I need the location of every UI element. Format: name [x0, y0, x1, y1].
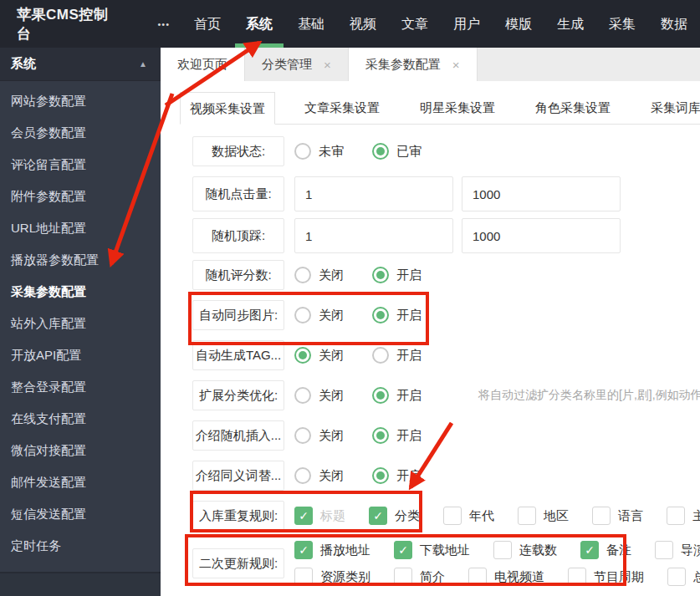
content-tab[interactable]: 文章采集设置 — [294, 92, 390, 125]
checkbox-option[interactable]: 简介 — [394, 568, 445, 586]
sidebar-item[interactable]: 微信对接配置 — [0, 435, 161, 466]
checkbox-option[interactable]: ✓分类 — [369, 507, 420, 525]
checkbox-option[interactable]: 节目周期 — [568, 568, 644, 586]
radio-option[interactable]: 关闭 — [294, 307, 344, 323]
topnav-item[interactable]: 系统 — [233, 0, 285, 48]
content-tab[interactable]: 视频采集设置 — [180, 92, 275, 125]
checkbox-option[interactable]: 导演 — [655, 541, 700, 559]
tab-close-icon[interactable]: × — [452, 59, 460, 71]
sidebar-footer — [0, 573, 161, 596]
sidebar-item[interactable]: 短信发送配置 — [0, 498, 161, 530]
checkbox-option[interactable]: 连载数 — [493, 541, 557, 559]
sidebar-item[interactable]: 在线支付配置 — [0, 403, 161, 435]
checkbox-icon — [294, 568, 313, 586]
page-tab[interactable]: 分类管理× — [245, 48, 349, 81]
radio-option[interactable]: 已审 — [372, 143, 422, 160]
radio-option[interactable]: 开启 — [372, 347, 422, 364]
checkbox-option[interactable]: 地区 — [518, 507, 569, 525]
more-icon[interactable]: ••• — [157, 19, 170, 29]
checkbox-option[interactable]: 年代 — [443, 507, 494, 525]
tab-close-icon[interactable]: × — [324, 59, 331, 71]
topnav-item[interactable]: 首页 — [181, 0, 233, 48]
content-area: 视频采集设置文章采集设置明星采集设置角色采集设置采集词库设置 数据状态:未审已审… — [161, 92, 700, 586]
topnav-item[interactable]: 视频 — [337, 0, 389, 48]
checkbox-icon — [443, 507, 462, 525]
sidebar-section-system[interactable]: 系统 ▲ — [0, 48, 161, 81]
content-tab[interactable]: 明星采集设置 — [410, 92, 505, 125]
checkbox-icon: ✓ — [394, 541, 412, 559]
checkbox-option[interactable]: ✓标题 — [294, 507, 345, 525]
radio-option[interactable]: 关闭 — [294, 387, 344, 404]
admin-console: 苹果CMS控制台 ••• 首页系统基础视频文章用户模版生成采集数据 系统 ▲ 网… — [0, 0, 700, 596]
radio-option[interactable]: 未审 — [294, 143, 344, 160]
field-label: 自动同步图片: — [192, 300, 284, 330]
form-row: 数据状态:未审已审 — [192, 136, 700, 166]
sidebar-item[interactable]: 站外入库配置 — [0, 308, 161, 339]
sidebar-item[interactable]: URL地址配置 — [0, 212, 161, 244]
sidebar-item[interactable]: 会员参数配置 — [0, 117, 161, 149]
checkbox-option[interactable]: 总集数 — [667, 568, 700, 586]
number-input[interactable] — [462, 176, 621, 211]
sidebar-item[interactable]: 开放API配置 — [0, 339, 161, 371]
sidebar: 系统 ▲ 网站参数配置会员参数配置评论留言配置附件参数配置URL地址配置播放器参… — [0, 48, 161, 596]
checkbox-option-label: 主演 — [692, 508, 700, 524]
page-tab-label: 欢迎页面 — [177, 57, 227, 73]
topnav-item[interactable]: 采集 — [596, 0, 648, 48]
content-tab[interactable]: 角色采集设置 — [525, 92, 621, 125]
checkbox-option[interactable]: 资源类别 — [294, 568, 370, 586]
topnav-item[interactable]: 基础 — [285, 0, 337, 48]
topnav-item[interactable]: 模版 — [493, 0, 544, 48]
sidebar-item[interactable]: 整合登录配置 — [0, 371, 161, 403]
number-input[interactable] — [462, 218, 621, 253]
radio-option-label: 关闭 — [319, 388, 344, 404]
settings-form: 数据状态:未审已审随机点击量:随机顶踩:随机评分数:关闭开启自动同步图片:关闭开… — [180, 125, 700, 586]
checkbox-option[interactable]: 主演 — [667, 507, 700, 525]
radio-option[interactable]: 关闭 — [294, 427, 344, 444]
checkbox-option[interactable]: ✓备注 — [580, 541, 631, 559]
checkbox-option-label: 总集数 — [693, 569, 700, 585]
radio-option[interactable]: 关闭 — [294, 347, 344, 364]
topnav-item[interactable]: 用户 — [441, 0, 493, 48]
radio-option[interactable]: 开启 — [372, 387, 422, 404]
page-tab[interactable]: 采集参数配置× — [349, 48, 478, 81]
topnav-item[interactable]: 数据 — [648, 0, 700, 48]
radio-icon — [372, 267, 389, 283]
sidebar-item[interactable]: 采集参数配置 — [0, 276, 161, 308]
sidebar-item[interactable]: 播放器参数配置 — [0, 244, 161, 276]
radio-option-label: 关闭 — [319, 468, 344, 484]
radio-option-label: 开启 — [396, 267, 422, 283]
radio-option[interactable]: 开启 — [372, 427, 422, 444]
number-input[interactable] — [294, 176, 453, 211]
checkbox-option-label: 播放地址 — [320, 543, 370, 558]
radio-option[interactable]: 关闭 — [294, 467, 344, 484]
content-tab[interactable]: 采集词库设置 — [641, 92, 700, 125]
radio-option[interactable]: 开启 — [372, 267, 422, 283]
topnav-item[interactable]: 生成 — [544, 0, 596, 48]
radio-option[interactable]: 关闭 — [294, 267, 344, 283]
radio-option-label: 开启 — [396, 388, 422, 404]
page-tab[interactable]: 欢迎页面 — [161, 48, 245, 81]
number-input[interactable] — [294, 218, 453, 253]
checkbox-option-label: 资源类别 — [320, 569, 370, 585]
page-tab-label: 采集参数配置 — [365, 57, 441, 73]
sidebar-item[interactable]: 邮件发送配置 — [0, 466, 161, 498]
radio-option[interactable]: 开启 — [372, 307, 422, 323]
top-nav: 首页系统基础视频文章用户模版生成采集数据 — [181, 0, 700, 48]
sidebar-item[interactable]: 附件参数配置 — [0, 181, 161, 212]
form-row: 二次更新规则:✓播放地址✓下载地址连载数✓备注导演资源类别简介电视频道节目周期总… — [192, 541, 700, 586]
checkbox-option[interactable]: 语言 — [592, 507, 643, 525]
field-label: 扩展分类优化: — [192, 380, 284, 410]
topnav-item[interactable]: 文章 — [389, 0, 441, 48]
sidebar-item[interactable]: 评论留言配置 — [0, 149, 161, 181]
settings-tab-bar: 视频采集设置文章采集设置明星采集设置角色采集设置采集词库设置 — [180, 92, 700, 125]
sidebar-item[interactable]: 定时任务 — [0, 530, 161, 562]
sidebar-item[interactable]: 网站参数配置 — [0, 85, 161, 117]
radio-option[interactable]: 开启 — [372, 467, 422, 484]
field-note: 将自动过滤扩分类名称里的[片,剧],例如动作片会 — [478, 388, 700, 403]
form-row: 入库重复规则:✓标题✓分类年代地区语言主演 — [192, 501, 700, 531]
checkbox-option[interactable]: ✓下载地址 — [394, 541, 470, 559]
radio-icon — [372, 307, 389, 323]
checkbox-option[interactable]: ✓播放地址 — [294, 541, 370, 559]
radio-icon — [294, 307, 311, 323]
checkbox-option[interactable]: 电视频道 — [468, 568, 544, 586]
